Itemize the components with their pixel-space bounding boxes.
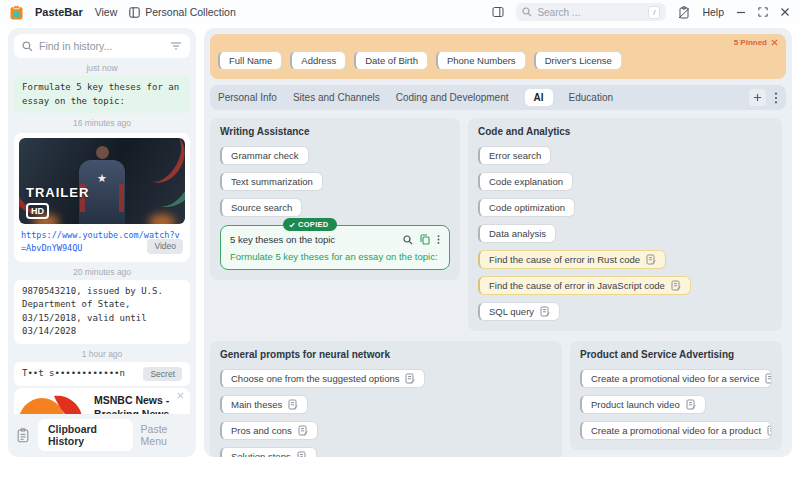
pinned-item[interactable]: Date of Birth — [354, 51, 428, 70]
search-icon[interactable] — [403, 235, 413, 245]
video-thumbnail: ★ TRAILER HD — [19, 138, 185, 224]
masked-text: T••t s••••••••••••n — [22, 367, 137, 381]
prompt-button[interactable]: Solution steps — [220, 447, 317, 457]
history-item-secret[interactable]: T••t s••••••••••••n Secret — [14, 362, 190, 387]
filter-icon[interactable] — [170, 41, 182, 51]
app-title: PasteBar — [35, 6, 83, 18]
history-list: just now Formulate 5 key theses for an e… — [14, 58, 190, 414]
pinned-item[interactable]: Address — [290, 51, 346, 70]
prompt-button[interactable]: Code explanation — [478, 172, 573, 191]
collection-icon — [129, 7, 140, 18]
board-items: Create a promotional video for a service… — [580, 369, 772, 440]
prompt-button[interactable]: Find the cause of error in JavaScript co… — [478, 276, 691, 295]
board-general-prompts: General prompts for neural network Choos… — [210, 341, 562, 457]
view-menu[interactable]: View — [95, 6, 118, 18]
tab-paste-menu[interactable]: Paste Menu — [141, 423, 188, 447]
tabs: Personal Info Sites and Channels Coding … — [218, 89, 613, 106]
note-edit-icon — [646, 254, 656, 265]
history-item-link[interactable]: MS MSNBC News - Breaking News an... MSNB… — [14, 388, 190, 414]
copied-clip-card[interactable]: COPIED 5 key theses on the topic — [220, 225, 450, 270]
kebab-menu-icon[interactable] — [437, 234, 440, 245]
board-items: Error search Code explanation Code optim… — [478, 146, 772, 321]
note-edit-icon — [288, 399, 298, 410]
tab[interactable]: Coding and Development — [396, 89, 509, 106]
pinned-item[interactable]: Full Name — [218, 51, 282, 70]
find-in-history-input[interactable] — [39, 40, 164, 52]
board-title: General prompts for neural network — [220, 349, 552, 360]
prompt-button[interactable]: SQL query — [478, 302, 560, 321]
add-tab-icon[interactable] — [749, 89, 766, 106]
board-code-analytics: Code and Analytics Error search Code exp… — [468, 118, 782, 331]
pinned-item[interactable]: Phone Numbers — [436, 51, 526, 70]
global-search-input[interactable] — [537, 7, 643, 18]
history-item-video[interactable]: ★ TRAILER HD https://www.youtube.com/wat… — [14, 133, 190, 262]
note-edit-icon — [671, 280, 681, 291]
check-icon — [289, 222, 295, 228]
panel-toggle-icon[interactable] — [492, 6, 504, 18]
board-title: Code and Analytics — [478, 126, 772, 137]
note-edit-icon — [540, 306, 550, 317]
search-shortcut-hint: / — [648, 6, 660, 19]
timestamp: 20 minutes ago — [14, 267, 190, 277]
secret-badge: Secret — [143, 367, 182, 382]
timestamp: 1 hour ago — [14, 349, 190, 359]
note-edit-icon — [405, 373, 415, 384]
clipboard-list-icon[interactable] — [16, 428, 30, 443]
app-logo-icon — [10, 5, 23, 20]
copy-icon[interactable] — [420, 234, 430, 245]
pinned-count: 5 Pinned — [734, 38, 767, 47]
history-item-prompt[interactable]: Formulate 5 key theses for an essay on t… — [14, 76, 190, 113]
prompt-button[interactable]: Text summarization — [220, 172, 323, 191]
prompt-button[interactable]: Source search — [220, 198, 302, 217]
note-edit-icon — [297, 451, 307, 457]
tab[interactable]: Personal Info — [218, 89, 277, 106]
link-preview-title: MSNBC News - Breaking News an... — [94, 394, 184, 414]
kebab-menu-icon[interactable] — [774, 92, 778, 104]
pinned-items: Full Name Address Date of Birth Phone Nu… — [218, 51, 778, 70]
prompt-button[interactable]: Pros and cons — [220, 421, 318, 440]
tab-clipboard-history[interactable]: Clipboard History — [38, 419, 133, 451]
clipboard-off-icon[interactable] — [678, 6, 690, 19]
tab[interactable]: Sites and Channels — [293, 89, 380, 106]
search-icon — [522, 7, 532, 17]
video-type-badge: Video — [147, 239, 183, 254]
history-item-text[interactable]: 9870543210, issued by U.S. Department of… — [14, 280, 190, 344]
clip-value: Formulate 5 key theses for an essay on t… — [230, 251, 440, 262]
prompt-button[interactable]: Product launch video — [580, 395, 706, 414]
tab[interactable]: AI — [525, 89, 553, 106]
unpin-all-icon[interactable] — [771, 39, 778, 46]
board-product-advertising: Product and Service Advertising Create a… — [570, 341, 782, 450]
find-in-history[interactable] — [14, 34, 190, 58]
main-panel: 5 Pinned Full Name Address Date of Birth… — [204, 28, 792, 457]
clip-title: 5 key theses on the topic — [230, 234, 396, 245]
minimize-icon[interactable] — [736, 7, 746, 17]
help-menu[interactable]: Help — [702, 6, 724, 18]
board-title: Writing Assistance — [220, 126, 450, 137]
tab[interactable]: Education — [569, 89, 613, 106]
prompt-button[interactable]: Main theses — [220, 395, 308, 414]
trailer-label: TRAILER — [26, 185, 89, 200]
msnbc-logo: MS — [20, 394, 86, 414]
prompt-button[interactable]: Create a promotional video for a service — [580, 369, 772, 388]
fullscreen-icon[interactable] — [758, 7, 768, 17]
prompt-button[interactable]: Create a promotional video for a product — [580, 421, 772, 440]
global-search[interactable]: / — [516, 3, 666, 21]
pinned-item[interactable]: Driver's License — [534, 51, 622, 70]
note-edit-icon — [765, 373, 772, 384]
note-edit-icon — [767, 425, 772, 436]
board-items: Choose one from the suggested options Ma… — [220, 369, 552, 457]
collection-label: Personal Collection — [145, 6, 235, 18]
prompt-button[interactable]: Error search — [478, 146, 551, 165]
collection-menu[interactable]: Personal Collection — [129, 6, 235, 18]
prompt-button[interactable]: Data analysis — [478, 224, 556, 243]
pinned-section: 5 Pinned Full Name Address Date of Birth… — [210, 34, 786, 79]
hd-badge: HD — [26, 203, 49, 219]
board-title: Product and Service Advertising — [580, 349, 772, 360]
prompt-button[interactable]: Code optimization — [478, 198, 575, 217]
prompt-button[interactable]: Choose one from the suggested options — [220, 369, 425, 388]
copied-badge: COPIED — [283, 218, 337, 231]
close-icon[interactable] — [780, 7, 790, 17]
prompt-button[interactable]: Grammar check — [220, 146, 309, 165]
prompt-button[interactable]: Find the cause of error in Rust code — [478, 250, 666, 269]
close-icon[interactable] — [177, 392, 184, 399]
